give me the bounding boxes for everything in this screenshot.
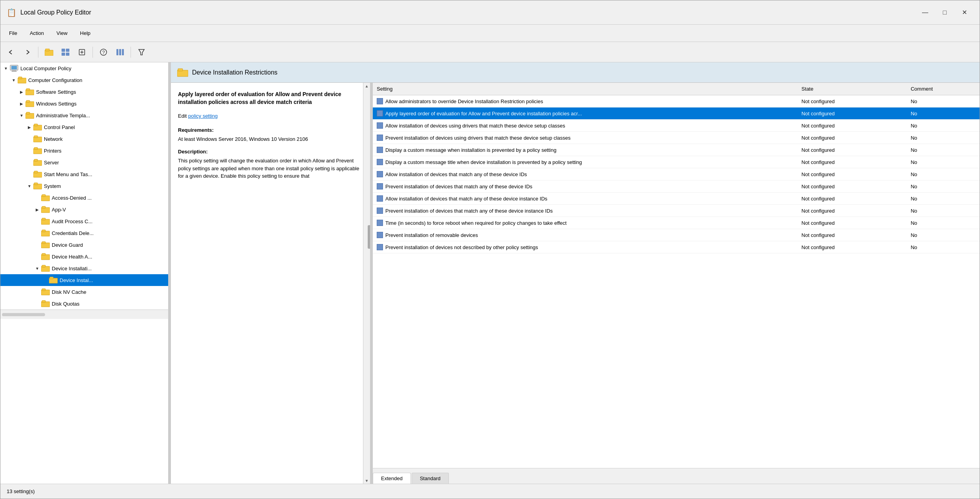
columns-button[interactable] [113,45,127,60]
col-comment[interactable]: Comment [907,83,980,95]
policy-setting-link[interactable]: policy setting [188,113,218,119]
expander-network[interactable] [25,135,33,143]
folder-button[interactable] [42,45,56,60]
table-row[interactable]: Time (in seconds) to force reboot when r… [373,217,980,229]
table-row[interactable]: Prevent installation of devices that mat… [373,205,980,217]
table-row[interactable]: Prevent installation of removable device… [373,229,980,241]
svg-rect-14 [11,66,17,69]
sidebar-item-system[interactable]: ▼ System [0,180,168,192]
sidebar-item-software-settings[interactable]: ▶ Software Settings [0,86,168,98]
sidebar-item-windows-settings[interactable]: ▶ Windows Settings [0,98,168,109]
setting-name-cell: Time (in seconds) to force reboot when r… [373,217,798,229]
maximize-button[interactable]: □ [936,6,954,19]
expander-printers[interactable] [25,147,33,155]
requirements-label: Requirements: [178,126,363,134]
expander-credentials[interactable] [33,229,41,237]
sidebar-item-disk-quotas[interactable]: Disk Quotas [0,298,168,310]
expander-access-denied[interactable] [33,194,41,202]
svg-rect-9 [116,49,118,55]
label-control-panel: Control Panel [44,124,75,130]
scroll-thumb[interactable] [368,225,371,249]
settings-table-container: Setting State Comment Allow administrato… [373,83,980,468]
svg-rect-38 [42,195,45,197]
table-row[interactable]: Allow administrators to override Device … [373,95,980,107]
expander-device-installation[interactable]: ▼ [33,264,41,272]
expander-app-v[interactable]: ▶ [33,206,41,213]
sidebar-item-app-v[interactable]: ▶ App-V [0,204,168,215]
table-row[interactable]: Allow installation of devices that match… [373,193,980,205]
menu-action[interactable]: Action [24,28,49,38]
back-button[interactable] [4,45,18,60]
svg-rect-2 [62,49,65,52]
expander-admin-templates[interactable]: ▼ [18,111,25,119]
sidebar-scrollbar[interactable] [0,310,168,319]
sidebar-item-disk-nv-cache[interactable]: Disk NV Cache [0,286,168,298]
table-row[interactable]: Prevent installation of devices using dr… [373,132,980,144]
tab-extended[interactable]: Extended [373,473,411,484]
sidebar-item-device-health[interactable]: Device Health A... [0,251,168,262]
minimize-button[interactable]: — [916,6,934,19]
table-row[interactable]: Prevent installation of devices not desc… [373,241,980,253]
expander-control-panel[interactable]: ▶ [25,123,33,131]
forward-button[interactable] [20,45,35,60]
tab-standard[interactable]: Standard [412,473,449,484]
table-row[interactable]: Allow installation of devices that match… [373,168,980,180]
menu-help[interactable]: Help [74,28,96,38]
label-computer-configuration: Computer Configuration [28,77,82,83]
sidebar-item-credentials[interactable]: Credentials Dele... [0,227,168,239]
sidebar-item-device-install-restrict[interactable]: Device Instal... [0,274,168,286]
sidebar-item-start-menu[interactable]: Start Menu and Tas... [0,168,168,180]
expander-server[interactable] [25,158,33,166]
filter-button[interactable] [134,45,149,60]
scroll-up-arrow[interactable]: ▲ [364,83,370,89]
table-row[interactable]: Apply layered order of evaluation for Al… [373,107,980,120]
scroll-down-arrow[interactable]: ▼ [364,477,370,484]
table-row[interactable]: Display a custom message title when devi… [373,156,980,168]
sidebar-item-admin-templates[interactable]: ▼ Administrative Templa... [0,109,168,121]
sidebar-item-computer-configuration[interactable]: ▼ Computer Configuration [0,74,168,86]
sidebar-item-access-denied[interactable]: Access-Denied ... [0,192,168,204]
sidebar-item-server[interactable]: Server [0,157,168,168]
help-button[interactable]: ? [96,45,111,60]
expander-disk-quotas[interactable] [33,300,41,308]
expander-disk-nv-cache[interactable] [33,288,41,296]
setting-icon [377,244,383,250]
expander-computer-configuration[interactable]: ▼ [10,76,18,84]
sidebar-scroll-thumb[interactable] [2,313,45,316]
setting-comment: No [907,168,980,180]
sidebar-item-audit-process[interactable]: Audit Process C... [0,215,168,227]
sidebar-item-local-computer-policy[interactable]: ▼ Local Computer Policy [0,62,168,74]
setting-name-cell: Prevent installation of devices using dr… [373,132,798,144]
svg-rect-16 [12,71,16,72]
split-view: Apply layered order of evaluation for Al… [171,83,980,484]
expander-local-computer-policy[interactable]: ▼ [2,64,10,72]
expander-device-guard[interactable] [33,241,41,249]
col-state[interactable]: State [798,83,907,95]
sidebar-item-control-panel[interactable]: ▶ Control Panel [0,121,168,133]
svg-rect-11 [122,49,124,55]
setting-comment: No [907,144,980,156]
table-row[interactable]: Prevent installation of devices that mat… [373,180,980,193]
table-row[interactable]: Display a custom message when installati… [373,144,980,156]
table-row[interactable]: Allow installation of devices using driv… [373,120,980,132]
label-local-computer-policy: Local Computer Policy [20,66,71,71]
svg-rect-18 [18,77,22,79]
expander-audit-process[interactable] [33,217,41,225]
sidebar-item-network[interactable]: Network [0,133,168,145]
expander-device-install-restrict[interactable] [41,276,49,284]
expander-start-menu[interactable] [25,170,33,178]
expander-device-health[interactable] [33,253,41,260]
expander-software-settings[interactable]: ▶ [18,88,25,96]
toolbar: ? [0,42,980,62]
sidebar-item-device-installation[interactable]: ▼ Device Installati... [0,262,168,274]
view-toggle-button[interactable] [58,45,73,60]
expander-windows-settings[interactable]: ▶ [18,100,25,107]
sidebar-item-printers[interactable]: Printers [0,145,168,157]
menu-view[interactable]: View [51,28,73,38]
sidebar-item-device-guard[interactable]: Device Guard [0,239,168,251]
close-button[interactable]: ✕ [955,6,973,19]
expander-system[interactable]: ▼ [25,182,33,190]
export-button[interactable] [74,45,89,60]
col-setting[interactable]: Setting [373,83,798,95]
menu-file[interactable]: File [4,28,23,38]
